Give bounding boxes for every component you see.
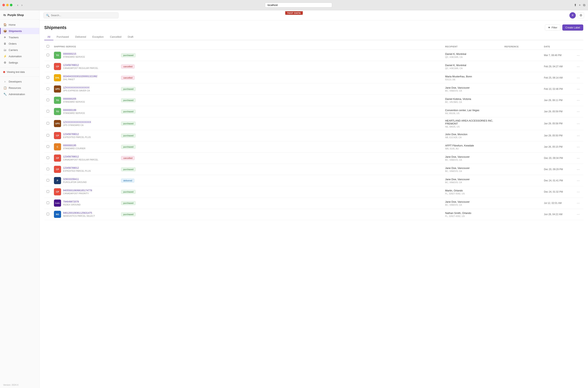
tab-cancelled[interactable]: Cancelled [107,34,125,40]
row-checkbox[interactable] [47,99,49,101]
top-header: 🔍 + ⚙ [40,10,588,21]
tracking-number[interactable]: 123456789012 [63,155,98,158]
row-checkbox[interactable] [47,145,49,148]
tab-draft[interactable]: Draft [125,34,136,40]
more-actions-button[interactable]: ··· [576,87,581,92]
row-checkbox[interactable] [47,110,49,113]
row-checkbox[interactable] [47,179,49,182]
add-button[interactable]: + [569,12,576,19]
sidebar-item-shipments[interactable]: 📦 Shipments [0,28,39,34]
row-checkbox[interactable] [47,156,49,159]
create-label-button[interactable]: Create Label [562,24,583,31]
tracking-number[interactable]: 0000000199 [63,109,85,112]
tracking-number[interactable]: 123456789012 [63,133,91,136]
recipient-header: RECIPIENT [443,43,502,50]
tracking-number[interactable]: 1ZXXXXXXXXXXXXXXXX [63,121,91,123]
reference-header: REFERENCE [502,43,542,50]
minimize-button[interactable] [6,4,9,6]
status-cell: purchased [119,209,443,220]
brand-icon: 🛍 [3,13,6,17]
more-actions-button[interactable]: ··· [576,167,581,172]
more-actions-button[interactable]: ··· [576,156,581,161]
row-checkbox[interactable] [47,122,49,124]
tab-delivered[interactable]: Delivered [72,34,89,40]
more-actions-button[interactable]: ··· [576,145,581,149]
tab-exception[interactable]: Exception [89,34,107,40]
sidebar-item-administration[interactable]: 🔧 Administration [0,91,39,97]
status-badge: purchased [121,212,135,216]
more-actions-button[interactable]: ··· [576,75,581,80]
search-input[interactable] [51,14,116,17]
recipient-address: BC, V6M2V9, CA [445,204,500,206]
row-checkbox[interactable] [47,213,49,215]
tracking-number[interactable]: 0000000205 [63,97,85,100]
recipient-name: Daniel K, Montréal [445,52,500,55]
sidebar-item-automation[interactable]: ⚡ Automation [0,53,39,59]
tracking-number[interactable]: 123456789012 [63,64,98,67]
row-checkbox[interactable] [47,87,49,90]
status-badge: purchased [121,201,135,205]
service-cell: TO 0000000215 STANDARD SERVICE [52,50,119,61]
more-actions-button[interactable]: ··· [576,109,581,114]
sidebar-item-label: Carriers [9,48,18,51]
carrier-logo: UPS [54,120,61,127]
service-cell: CP 123456789012 CANADAPOST REGULAR PARCE… [52,61,119,72]
row-checkbox[interactable] [47,168,49,170]
filter-button[interactable]: ▼ Filter [545,24,560,31]
service-info: 9461200109361125631475 NEWGISTICS PARCEL… [63,212,95,217]
share-button[interactable]: ⬆ [574,3,577,7]
reference-cell [502,130,542,141]
fullscreen-button[interactable] [10,4,12,6]
close-button[interactable] [2,4,5,6]
tracking-number[interactable]: 1ZXXXXXXXXXXXXXXX [63,86,90,89]
more-actions-button[interactable]: ··· [576,212,581,217]
tracking-number[interactable]: 794649872078 [63,200,80,203]
more-actions-button[interactable]: ··· [576,178,581,183]
tracking-number[interactable]: 00340433333010200001321992 [63,75,97,78]
carrier-code: CP [56,191,59,193]
service-cell: C 0000000195 STANDARD COURIER [52,141,119,153]
select-all-checkbox[interactable] [47,45,49,48]
tab-purchased[interactable]: Purchased [53,34,72,40]
tracking-number[interactable]: 0000000215 [63,52,85,55]
row-checkbox-cell [44,164,52,175]
row-checkbox[interactable] [47,54,49,56]
service-info: 0000000215 STANDARD SERVICE [63,52,85,58]
sidebar-item-carriers[interactable]: 🗂 Carriers [0,47,39,53]
url-input[interactable]: localhost [265,2,332,7]
date-header: DATE [542,43,573,50]
row-checkbox[interactable] [47,65,49,68]
more-actions-button[interactable]: ··· [576,121,581,126]
tracking-number[interactable]: 329033206411 [63,178,86,181]
row-checkbox[interactable] [47,190,49,193]
sidebar-item-settings[interactable]: ⚙ Settings [0,59,39,66]
more-actions-button[interactable]: ··· [576,53,581,58]
carrier-code: CP [56,157,59,159]
tracking-number[interactable]: 9405500106068165174778 [63,189,92,192]
forward-button[interactable]: › [20,3,24,7]
row-checkbox[interactable] [47,134,49,137]
more-actions-button[interactable]: ··· [576,133,581,138]
sidebar-item-trackers[interactable]: ✈ Trackers [0,34,39,40]
settings-gear-button[interactable]: ⚙ [578,12,584,18]
tracking-number[interactable]: 123456789012 [63,167,91,169]
row-checkbox[interactable] [47,201,49,204]
tracking-number[interactable]: 0000000195 [63,144,85,147]
tab-all[interactable]: All [44,34,53,40]
tracking-number[interactable]: 9461200109361125631475 [63,212,95,214]
more-actions-button[interactable]: ··· [576,190,581,194]
new-tab-button[interactable]: + [579,3,581,7]
sidebar-item-orders[interactable]: 🖥 Orders [0,40,39,47]
more-actions-button[interactable]: ··· [576,201,581,206]
sidebar-item-home[interactable]: 🏠 Home [0,22,39,28]
carrier-code: P [57,179,58,182]
more-actions-button[interactable]: ··· [576,64,581,69]
back-button[interactable]: ‹ [16,3,19,7]
sidebar-item-developers[interactable]: › Developers [0,78,39,85]
row-checkbox-cell [44,83,52,95]
tabs-button[interactable]: ⧉ [583,3,586,7]
page-actions: ▼ Filter Create Label [545,24,583,31]
more-actions-button[interactable]: ··· [576,98,581,103]
row-checkbox[interactable] [47,76,49,79]
sidebar-item-resources[interactable]: 📋 Resources [0,85,39,91]
